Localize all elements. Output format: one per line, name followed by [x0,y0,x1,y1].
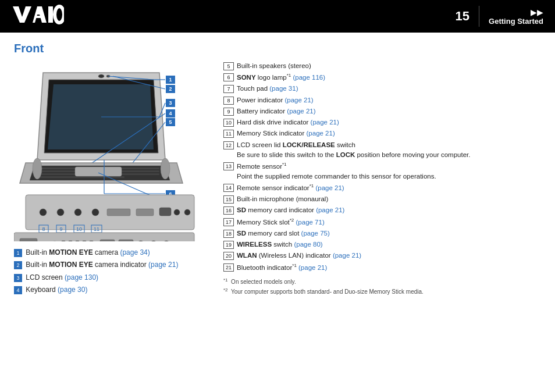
svg-point-8 [98,74,104,78]
header-divider [479,6,479,27]
item-12-row: 12 LCD screen lid LOCK/RELEASE switch Be… [223,140,541,159]
badge-10: 10 [223,119,234,127]
header-right: 15 ▶▶ Getting Started [456,6,543,27]
item-16-row: 16 SD memory card indicator (page 21) [223,205,541,215]
badge-15: 15 [223,195,234,204]
item-21-row: 21 Bluetooth indicator*1 (page 21) [223,262,541,273]
page-number: 15 [456,9,469,24]
badge-9: 9 [223,108,234,116]
svg-point-33 [33,158,42,179]
svg-rect-66 [69,241,72,241]
nav-arrow: ▶▶ [489,8,543,17]
svg-rect-48 [107,209,130,216]
svg-point-52 [184,209,190,215]
item-9-text: Battery indicator (page 21) [237,106,541,116]
item-5-text: Built-in speakers (stereo) [237,61,541,71]
item-20-row: 20 WLAN (Wireless LAN) indicator (page 2… [223,251,541,261]
front-title: Front [14,42,541,55]
item-8-text: Power indicator (page 21) [237,95,541,105]
svg-text:LOCK RELEASE: LOCK RELEASE [17,241,40,241]
svg-point-51 [174,209,180,215]
item-11-text: Memory Stick indicator (page 21) [237,129,541,138]
item-12-text: LCD screen lid LOCK/RELEASE switch Be su… [237,140,541,159]
badge-14: 14 [223,184,234,192]
item-13-text: Remote sensor*1 Point the supplied remot… [237,161,541,181]
svg-rect-65 [62,241,65,241]
badge-12: 12 [223,141,234,149]
svg-text:9: 9 [59,226,62,232]
item-6-row: 6 SONY logo lamp*1 (page 116) [223,72,541,83]
item-7-text: Touch pad (page 31) [237,84,541,94]
svg-rect-49 [136,209,154,216]
svg-point-47 [92,209,99,216]
svg-point-44 [40,209,47,216]
svg-point-4 [55,6,64,23]
item-7-row: 7 Touch pad (page 31) [223,84,541,94]
badge-5: 5 [223,62,234,70]
section-title: Getting Started [489,17,543,26]
svg-text:4: 4 [169,111,172,116]
badge-16: 16 [223,206,234,215]
badge-19: 19 [223,241,234,249]
item-18-row: 18 SD memory card slot (page 75) [223,229,541,238]
item-2: 2 Built-in MOTION EYE camera indicator (… [14,259,178,270]
badge-8: 8 [223,97,234,105]
item-10-text: Hard disk drive indicator (page 21) [237,117,541,127]
item-17-row: 17 Memory Stick slot*2 (page 71) [223,217,541,227]
left-column: 1 2 3 4 5 [14,61,212,385]
item-4: 4 Keyboard (page 30) [14,284,178,295]
footnote-1: *1 On selected models only. [223,277,541,286]
svg-marker-1 [33,6,47,23]
vaio-logo [12,4,64,29]
item-8-row: 8 Power indicator (page 21) [223,95,541,105]
item-16-text: SD memory card indicator (page 21) [237,205,541,215]
bottom-items: 1 Built-in MOTION EYE camera (page 34) 2… [14,246,178,297]
item-19-row: 19 WIRELESS switch (page 80) [223,240,541,250]
main-content: Front [0,33,555,392]
item-10-row: 10 Hard disk drive indicator (page 21) [223,117,541,127]
callout-1: 1 [14,249,22,257]
badge-17: 17 [223,218,234,226]
main-columns: 1 2 3 4 5 [14,61,541,385]
badge-7: 7 [223,85,234,93]
header-title-block: ▶▶ Getting Started [489,8,543,26]
svg-rect-67 [76,241,79,241]
item-9-row: 9 Battery indicator (page 21) [223,106,541,116]
svg-text:3: 3 [169,100,172,106]
svg-text:11: 11 [94,226,99,232]
footnote-2: *2 Your computer supports both standard-… [223,287,541,296]
badge-13: 13 [223,162,234,170]
callout-2: 2 [14,261,22,269]
item-17-text: Memory Stick slot*2 (page 71) [237,217,541,227]
badge-18: 18 [223,230,234,238]
svg-text:1: 1 [169,77,172,83]
badge-6: 6 [223,73,234,81]
svg-text:5: 5 [169,119,172,125]
item-18-text: SD memory card slot (page 75) [237,229,541,238]
svg-text:10: 10 [76,226,82,232]
item-15-text: Built-in microphone (monaural) [237,194,541,204]
svg-point-46 [74,209,81,216]
item-1: 1 Built-in MOTION EYE camera (page 34) [14,247,178,258]
svg-point-45 [57,209,64,216]
svg-text:2: 2 [169,86,172,92]
laptop-diagram: 1 2 3 4 5 [14,61,206,241]
item-21-text: Bluetooth indicator*1 (page 21) [237,262,541,273]
item-13-row: 13 Remote sensor*1 Point the supplied re… [223,161,541,181]
svg-rect-70 [100,240,115,241]
item-20-text: WLAN (Wireless LAN) indicator (page 21) [237,251,541,261]
item-11-row: 11 Memory Stick indicator (page 21) [223,129,541,138]
item-3: 3 LCD screen (page 130) [14,272,178,283]
svg-rect-2 [36,16,43,18]
svg-rect-3 [48,6,53,23]
item-19-text: WIRELESS switch (page 80) [237,240,541,250]
svg-point-34 [161,158,170,179]
svg-rect-50 [159,208,171,216]
item-14-text: Remote sensor indicator*1 (page 21) [237,183,541,193]
svg-rect-35 [75,167,122,176]
item-14-row: 14 Remote sensor indicator*1 (page 21) [223,183,541,193]
svg-rect-32 [37,176,124,178]
svg-rect-69 [90,241,93,241]
footnotes: *1 On selected models only. *2 Your comp… [223,276,541,297]
svg-rect-68 [83,241,86,241]
